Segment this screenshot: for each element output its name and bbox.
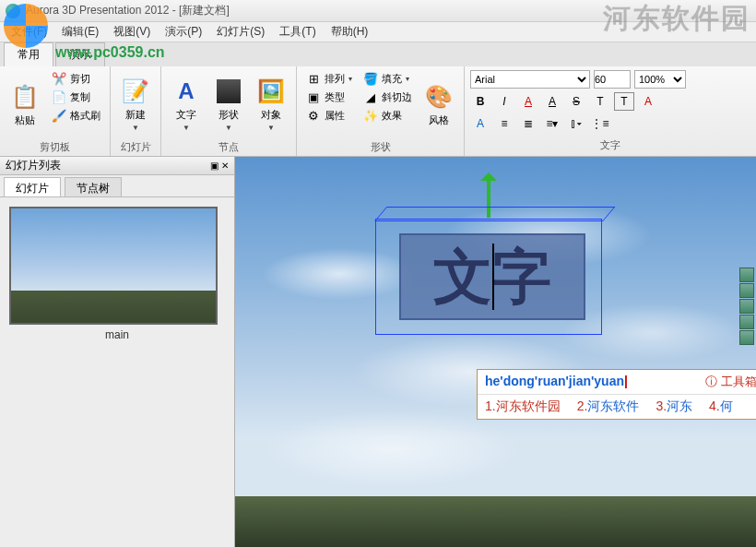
new-slide-label: 新建 — [125, 108, 146, 122]
italic-button[interactable]: I — [494, 92, 514, 111]
slide-thumbnail-label: main — [9, 328, 225, 341]
group-slides-label: 幻灯片 — [116, 138, 155, 154]
menu-tools[interactable]: 工具(T) — [272, 24, 323, 40]
canvas-side-tools — [739, 268, 756, 345]
text-color-a-button[interactable]: A — [638, 92, 658, 111]
group-nodes: A 文字 ▼ 形状 ▼ 🖼️ 对象 ▼ 节点 — [161, 66, 297, 156]
list-button[interactable]: ⋮≡ — [590, 114, 610, 133]
text-cursor — [492, 244, 494, 310]
group-clipboard-label: 剪切板 — [6, 138, 104, 154]
thumb-ground — [11, 291, 216, 323]
bevel-button[interactable]: ◢斜切边 — [360, 89, 416, 105]
ime-input-row: he'dong'ruan'jian'yuan| ⓘ 工具箱 — [478, 370, 756, 394]
cut-button[interactable]: ✂️剪切 — [48, 70, 104, 87]
copy-icon: 📄 — [52, 89, 66, 104]
ime-panel: he'dong'ruan'jian'yuan| ⓘ 工具箱 1.河东软件园 2.… — [477, 369, 756, 420]
copy-label: 复制 — [70, 90, 90, 104]
property-icon: ⚙ — [306, 108, 321, 123]
group-text: Arial 100% B I A A S T T A A ≡ ≣ ≡▾ ⫿▾ ⋮… — [465, 66, 756, 156]
bold-button[interactable]: B — [470, 92, 490, 111]
chevron-down-icon: ▼ — [132, 124, 139, 132]
text3d-content[interactable]: 文字 — [399, 233, 585, 320]
paste-icon: 📋 — [10, 82, 40, 112]
paste-label: 粘贴 — [15, 113, 35, 127]
ime-candidate-4[interactable]: 4.何 — [709, 398, 733, 415]
effect-button[interactable]: ✨效果 — [360, 107, 416, 124]
object-node-label: 对象 — [261, 108, 281, 122]
effect-label: 效果 — [382, 109, 402, 123]
format-painter-label: 格式刷 — [70, 109, 100, 123]
zoom-select[interactable]: 100% — [634, 70, 686, 89]
strike-button[interactable]: S — [566, 92, 586, 111]
format-painter-button[interactable]: 🖌️格式刷 — [48, 107, 104, 124]
property-button[interactable]: ⚙属性 — [302, 107, 356, 124]
shape-node-button[interactable]: 形状 ▼ — [209, 70, 248, 138]
text-outline-button[interactable]: T — [614, 92, 634, 111]
chevron-down-icon: ▼ — [267, 124, 275, 132]
align-dropdown[interactable]: ≡▾ — [542, 114, 562, 133]
selected-text-object[interactable]: 文字 — [383, 226, 595, 327]
canvas-3d-view[interactable]: 文字 he'dong'ruan'jian'yuan| ⓘ 工具箱 1.河东软件园 — [235, 157, 756, 547]
text-node-button[interactable]: A 文字 ▼ — [167, 70, 206, 138]
side-tool-1[interactable] — [739, 268, 754, 282]
cut-icon: ✂️ — [52, 71, 66, 86]
paste-button[interactable]: 📋 粘贴 — [6, 70, 44, 138]
ime-candidate-2[interactable]: 2.河东软件 — [577, 398, 640, 415]
style-label: 风格 — [429, 113, 449, 127]
side-tool-3[interactable] — [739, 299, 754, 314]
chevron-down-icon: ▼ — [225, 124, 232, 132]
ime-candidate-3[interactable]: 3.河东 — [656, 398, 692, 415]
ime-candidate-1[interactable]: 1.河东软件园 — [485, 398, 561, 415]
align-left-button[interactable]: ≡ — [494, 114, 514, 133]
ribbon-tabs: 常用 演示 — [0, 42, 756, 66]
titlebar: Aurora 3D Presentation 2012 - [新建文档] — [0, 0, 756, 22]
panel-controls[interactable]: ▣ ✕ — [210, 161, 229, 171]
side-tool-4[interactable] — [739, 315, 754, 329]
property-label: 属性 — [325, 109, 345, 123]
new-slide-button[interactable]: 📝 新建 ▼ — [116, 70, 155, 138]
menu-view[interactable]: 视图(V) — [106, 24, 158, 40]
slide-thumbnail[interactable] — [9, 207, 218, 325]
slide-list-title-label: 幻灯片列表 — [6, 158, 61, 173]
copy-button[interactable]: 📄复制 — [48, 89, 104, 105]
font-color-button[interactable]: A — [518, 92, 538, 111]
tab-node-tree[interactable]: 节点树 — [65, 177, 122, 196]
text-node-label: 文字 — [176, 108, 196, 122]
new-slide-icon: 📝 — [121, 77, 150, 106]
ime-toolbox[interactable]: ⓘ 工具箱 — [705, 374, 756, 390]
object-node-button[interactable]: 🖼️ 对象 ▼ — [252, 70, 290, 138]
arrange-label: 排列 — [325, 72, 345, 86]
cut-label: 剪切 — [70, 72, 90, 86]
menu-help[interactable]: 帮助(H) — [324, 24, 376, 40]
chevron-down-icon: ▾ — [406, 75, 409, 83]
tab-common[interactable]: 常用 — [4, 42, 53, 66]
font-size-input[interactable] — [594, 70, 631, 89]
shape-node-label: 形状 — [219, 108, 239, 122]
line-spacing-button[interactable]: ⫿▾ — [566, 114, 586, 133]
style-button[interactable]: 🎨 风格 — [419, 70, 458, 138]
bevel-icon: ◢ — [363, 89, 378, 104]
menu-slides[interactable]: 幻灯片(S) — [209, 24, 272, 40]
type-icon: ▣ — [306, 89, 321, 104]
fill-button[interactable]: 🪣填充▾ — [360, 70, 416, 87]
tab-slides[interactable]: 幻灯片 — [4, 177, 61, 196]
font-family-select[interactable]: Arial — [470, 70, 590, 89]
ribbon: 📋 粘贴 ✂️剪切 📄复制 🖌️格式刷 剪切板 📝 新建 ▼ 幻灯片 A 文字 — [0, 66, 756, 157]
menu-file[interactable]: 文件(F) — [4, 24, 54, 40]
align-center-button[interactable]: ≣ — [518, 114, 538, 133]
arrange-button[interactable]: ⊞排列▾ — [302, 70, 356, 87]
fill-icon: 🪣 — [363, 71, 378, 86]
font-color2-button[interactable]: A — [542, 92, 562, 111]
menu-edit[interactable]: 编辑(E) — [54, 24, 106, 40]
menu-present[interactable]: 演示(P) — [158, 24, 209, 40]
side-tool-2[interactable] — [739, 283, 754, 298]
font-a-button[interactable]: A — [470, 114, 490, 133]
scene: 文字 he'dong'ruan'jian'yuan| ⓘ 工具箱 1.河东软件园 — [235, 157, 756, 547]
tab-present[interactable]: 演示 — [55, 42, 105, 66]
type-button[interactable]: ▣类型 — [302, 89, 356, 105]
text-effect-button[interactable]: T — [590, 92, 610, 111]
slide-list-tabs: 幻灯片 节点树 — [0, 175, 234, 197]
shape-icon — [214, 77, 243, 106]
workspace: 幻灯片列表 ▣ ✕ 幻灯片 节点树 main 文字 — [0, 157, 756, 547]
side-tool-5[interactable] — [739, 330, 754, 345]
